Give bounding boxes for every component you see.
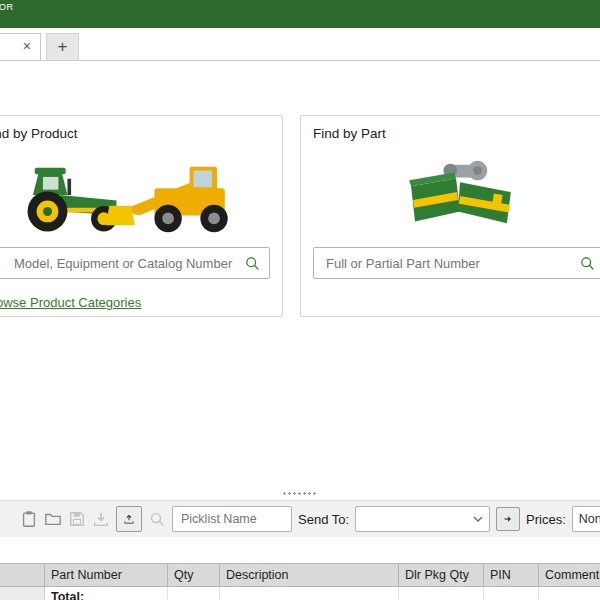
download-icon (92, 510, 110, 528)
drag-handle-dots-icon (282, 492, 318, 495)
product-images (0, 147, 270, 239)
total-row-select-cell (0, 587, 45, 600)
prices-dropdown[interactable]: None (572, 506, 600, 532)
prices-label: Prices: (526, 512, 566, 527)
tab-bar: × + (0, 28, 600, 61)
send-to-label: Send To: (298, 512, 349, 527)
part-search-input[interactable] (313, 247, 600, 279)
plus-icon: + (58, 37, 68, 56)
column-header-select[interactable] (0, 563, 45, 587)
grid-header-row: Part Number Qty Description Dlr Pkg Qty … (0, 563, 600, 587)
column-header-comment[interactable]: Comment (539, 563, 600, 587)
new-picklist-button[interactable] (20, 510, 38, 528)
total-label: Total: (45, 587, 168, 600)
app-window: ADVISOR × + Find by Product (0, 0, 600, 600)
picklist-toolbar: Send To: Prices: None (0, 500, 600, 537)
prices-value: None (579, 512, 600, 526)
find-in-picklist-button[interactable] (148, 510, 166, 528)
export-picklist-button[interactable] (116, 506, 142, 532)
chevron-down-icon (473, 516, 483, 522)
total-pin-cell (484, 587, 539, 600)
catalog-tab[interactable]: × (0, 33, 41, 60)
find-by-product-card: Find by Product (0, 115, 283, 317)
total-comment-cell (539, 587, 600, 600)
send-button[interactable] (496, 507, 520, 531)
upload-icon (123, 510, 135, 528)
loader-image (103, 151, 241, 239)
find-by-part-card: Find by Part (300, 115, 600, 317)
picklist-grid: Part Number Qty Description Dlr Pkg Qty … (0, 537, 600, 600)
import-picklist-button[interactable] (92, 510, 110, 528)
column-header-qty[interactable]: Qty (168, 563, 220, 587)
part-search (313, 247, 600, 279)
parts-box-image (393, 151, 525, 239)
column-header-dlr-pkg-qty[interactable]: Dlr Pkg Qty (399, 563, 484, 587)
open-picklist-button[interactable] (44, 510, 62, 528)
column-header-pin[interactable]: PIN (484, 563, 539, 587)
search-icon[interactable] (579, 255, 595, 271)
total-qty-cell (168, 587, 220, 600)
product-search (0, 247, 270, 279)
new-tab-button[interactable]: + (46, 33, 79, 60)
total-description-cell (220, 587, 399, 600)
find-by-part-title: Find by Part (313, 126, 600, 141)
save-picklist-button[interactable] (68, 510, 86, 528)
clipboard-icon (20, 510, 38, 528)
picklist-name-input[interactable] (172, 506, 292, 532)
column-header-description[interactable]: Description (220, 563, 399, 587)
browse-product-categories-link[interactable]: Browse Product Categories (0, 295, 141, 310)
part-images (313, 147, 600, 239)
main-content: Find by Product (0, 61, 600, 487)
find-by-product-title: Find by Product (0, 126, 270, 141)
arrow-right-icon (503, 511, 513, 527)
save-icon (68, 510, 86, 528)
send-to-dropdown[interactable] (355, 506, 490, 532)
product-search-input[interactable] (0, 247, 270, 279)
search-icon[interactable] (244, 255, 260, 271)
close-icon[interactable]: × (23, 38, 31, 54)
splitter-handle[interactable] (0, 487, 600, 500)
title-bar: ADVISOR (0, 0, 600, 28)
total-dlr-pkg-qty-cell (399, 587, 484, 600)
search-icon (148, 510, 166, 528)
open-folder-icon (44, 510, 62, 528)
column-header-part-number[interactable]: Part Number (45, 563, 168, 587)
total-row: Total: (0, 587, 600, 600)
app-title: ADVISOR (0, 2, 13, 12)
